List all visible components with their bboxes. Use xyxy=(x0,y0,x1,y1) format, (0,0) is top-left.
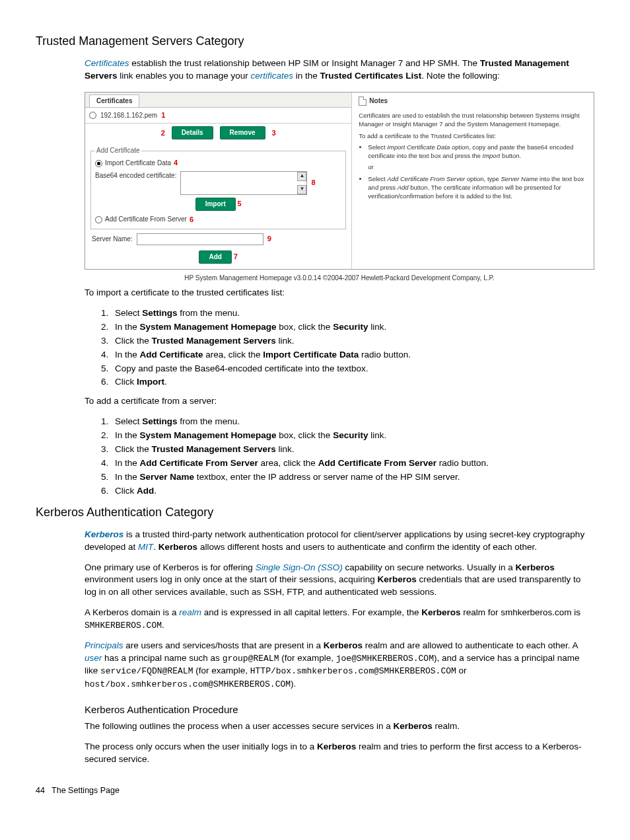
label-add-from-server: Add Certificate From Server xyxy=(105,215,187,224)
list-item: Select Settings from the menu. xyxy=(111,416,594,428)
callout-1: 1 xyxy=(161,110,165,120)
kerberos-p5: The following outlines the process when … xyxy=(85,720,594,733)
footer-label: The Settings Page xyxy=(52,786,120,795)
label-base64: Base64 encoded certificate: xyxy=(95,171,176,180)
list-item: In the Add Certificate area, click the I… xyxy=(111,349,594,362)
page-number: 44 xyxy=(36,786,45,795)
list-item: In the System Management Homepage box, c… xyxy=(111,430,594,442)
add-steps: Select Settings from the menu. In the Sy… xyxy=(85,416,594,497)
details-button: Details xyxy=(172,126,213,139)
label-import-data: Import Certificate Data xyxy=(105,159,171,168)
radio-file xyxy=(89,112,96,119)
notes-or: or xyxy=(368,163,587,171)
add-certificate-fieldset: Add Certificate Import Certificate Data … xyxy=(90,146,346,229)
radio-add-from-server xyxy=(95,216,102,223)
link-principals[interactable]: Principals xyxy=(85,640,123,650)
list-item: In the Server Name textbox, enter the IP… xyxy=(111,471,594,484)
page-footer: 44 The Settings Page xyxy=(36,785,594,797)
screenshot-figure: Certificates 192.168.1.162.pem 1 2 Detai… xyxy=(85,92,594,283)
link-mit[interactable]: MIT xyxy=(138,542,153,552)
list-item: Copy and paste the Base64-encoded certif… xyxy=(111,363,594,375)
label-server-name: Server Name: xyxy=(92,235,133,244)
intro-paragraph: Certificates establish the trust relatio… xyxy=(85,57,594,83)
remove-button: Remove xyxy=(220,126,265,139)
base64-textarea: ▲ ▼ xyxy=(180,171,307,195)
import-button: Import xyxy=(195,198,236,211)
add-intro: To add a certificate from a server: xyxy=(85,395,594,408)
figure-caption: HP System Management Homepage v3.0.0.14 … xyxy=(85,274,594,283)
subsection-heading-procedure: Kerberos Authentication Procedure xyxy=(85,703,594,716)
server-name-input xyxy=(137,233,263,245)
notes-li2: Select Add Certificate From Server optio… xyxy=(368,174,587,201)
callout-5: 5 xyxy=(238,200,242,208)
callout-8: 8 xyxy=(311,178,315,188)
callout-9: 9 xyxy=(267,234,271,244)
radio-import-data xyxy=(95,160,102,167)
callout-7: 7 xyxy=(234,252,238,260)
list-item: Click Import. xyxy=(111,376,594,389)
scroll-down-icon: ▼ xyxy=(297,185,306,194)
notes-p1: Certificates are used to establish the t… xyxy=(359,111,587,129)
callout-6: 6 xyxy=(190,215,193,225)
screenshot-left-pane: Certificates 192.168.1.162.pem 1 2 Detai… xyxy=(85,93,352,269)
link-certificates-2[interactable]: certificates xyxy=(250,71,293,81)
kerberos-p6: The process only occurs when the user in… xyxy=(85,741,594,766)
kerberos-p4: Principals are users and services/hosts … xyxy=(85,640,594,690)
link-realm[interactable]: realm xyxy=(179,607,201,617)
kerberos-p3: A Kerberos domain is a realm and is expr… xyxy=(85,607,594,632)
tab-certificates: Certificates xyxy=(89,95,139,107)
notes-p2: To add a certificate to the Trusted Cert… xyxy=(359,132,587,140)
kerberos-p1: Kerberos is a trusted third-party networ… xyxy=(85,529,594,554)
callout-3: 3 xyxy=(272,128,276,138)
notes-icon xyxy=(359,96,367,106)
list-item: In the System Management Homepage box, c… xyxy=(111,321,594,334)
callout-2: 2 xyxy=(161,128,165,138)
kerberos-p2: One primary use of Kerberos is for offer… xyxy=(85,562,594,599)
fieldset-legend: Add Certificate xyxy=(95,146,141,155)
file-name: 192.168.1.162.pem xyxy=(100,111,157,120)
list-item: Click the Trusted Management Servers lin… xyxy=(111,335,594,348)
list-item: Click Add. xyxy=(111,485,594,498)
list-item: In the Add Certificate From Server area,… xyxy=(111,457,594,470)
import-steps: Select Settings from the menu. In the Sy… xyxy=(85,307,594,389)
import-intro: To import a certificate to the trusted c… xyxy=(85,287,594,299)
link-kerberos[interactable]: Kerberos xyxy=(85,529,123,539)
callout-4: 4 xyxy=(174,158,178,168)
section-heading-kerberos: Kerberos Authentication Category xyxy=(36,504,594,521)
list-item: Click the Trusted Management Servers lin… xyxy=(111,443,594,456)
link-user[interactable]: user xyxy=(85,653,102,663)
notes-title: Notes xyxy=(369,96,388,106)
link-certificates[interactable]: Certificates xyxy=(85,58,129,68)
add-button: Add xyxy=(199,250,231,264)
screenshot-notes-pane: Notes Certificates are used to establish… xyxy=(352,93,594,269)
list-item: Select Settings from the menu. xyxy=(111,307,594,320)
notes-li1: Select Import Certificate Data option, c… xyxy=(368,143,587,161)
link-sso[interactable]: Single Sign-On (SSO) xyxy=(256,562,343,572)
section-heading-trusted: Trusted Management Servers Category xyxy=(36,33,594,50)
scroll-up-icon: ▲ xyxy=(297,172,306,181)
